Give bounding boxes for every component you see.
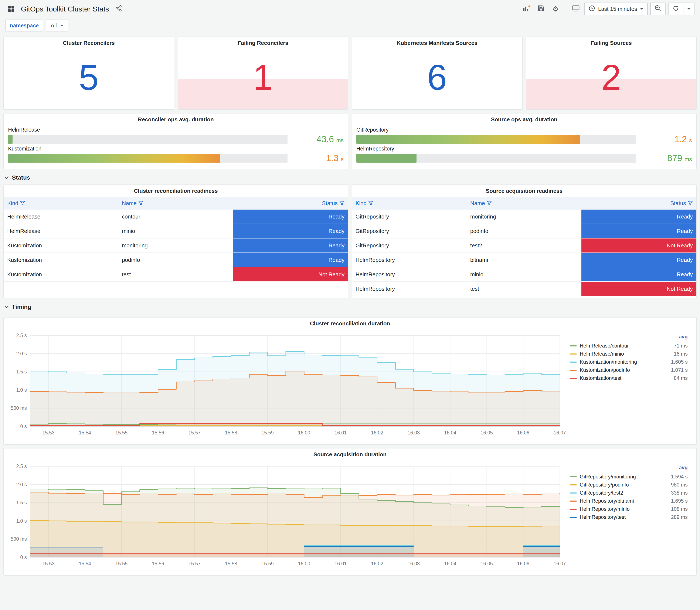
legend-avg-header[interactable]: avg [568,333,689,342]
apps-grid-icon[interactable] [5,3,17,15]
table-row: HelmRepositorytestNot Ready [352,282,696,296]
gauge-track [356,154,636,163]
series-name: HelmRelease/minio [580,351,671,357]
refresh-button[interactable] [668,2,683,15]
legend-avg-header[interactable]: avg [568,464,689,473]
chevron-down-icon [640,8,644,10]
svg-text:16:02: 16:02 [371,561,384,566]
legend-item[interactable]: HelmRepository/bitnami 1.695 s [568,497,689,505]
svg-text:500 ms: 500 ms [11,536,27,542]
zoom-out-button[interactable] [650,2,666,15]
section-timing[interactable]: Timing [3,299,697,314]
grafana-dashboard: GitOps Toolkit Cluster Stats [0,0,700,580]
gauge-label: Kustomization [8,146,344,152]
gauge-row: Kustomization 1.3 s [8,146,344,163]
panel-title[interactable]: Cluster Reconcilers [4,37,174,49]
column-header-status[interactable]: Status [582,197,696,210]
column-header-name[interactable]: Name [467,197,582,210]
table-row: GitRepositorypodinfoReady [352,224,696,238]
svg-text:16:05: 16:05 [481,561,493,566]
series-color-dash [570,517,577,518]
cycle-view-mode-button[interactable] [570,3,582,15]
svg-text:16:03: 16:03 [408,430,420,435]
status-badge: Not Ready [233,267,348,282]
svg-text:15:56: 15:56 [152,561,164,566]
series-name: Kustomization/podinfo [580,367,668,373]
panel-title[interactable]: Reconciler ops avg. duration [4,113,348,125]
legend-item[interactable]: GitRepository/test2 338 ms [568,489,689,497]
column-header-kind[interactable]: Kind [4,197,118,210]
panel-title[interactable]: Source ops avg. duration [352,113,696,125]
column-header-name[interactable]: Name [118,197,233,210]
refresh-interval-dropdown[interactable] [683,2,695,15]
legend-item[interactable]: Kustomization/podinfo 1.071 s [568,366,689,374]
status-badge: Not Ready [582,239,696,253]
svg-text:15:58: 15:58 [225,561,237,566]
panel-title[interactable]: Failing Reconcilers [178,37,348,49]
table-panel: Cluster reconciliation readiness KindNam… [3,184,348,299]
svg-text:15:57: 15:57 [189,561,201,566]
filter-icon[interactable] [368,201,373,206]
svg-text:2.0 s: 2.0 s [16,482,27,487]
table-cell: HelmRepository [352,267,467,282]
table-cell: contour [118,210,233,224]
variable-namespace-select[interactable]: All [46,19,68,31]
table-cell: test2 [467,238,582,253]
chart-area[interactable]: 15:5315:5415:5515:5615:5715:5815:5916:00… [5,330,567,444]
legend-item[interactable]: HelmRepository/minio 108 ms [568,505,689,513]
legend-item[interactable]: Kustomization/monitoring 1.605 s [568,358,689,366]
panel-title[interactable]: Source acquisition readiness [352,185,696,197]
gauges-row: Reconciler ops avg. duration HelmRelease… [3,113,697,169]
legend-item[interactable]: GitRepository/monitoring 1.594 s [568,473,689,481]
gauge-label: HelmRepository [356,146,692,152]
table-header-row: KindNameStatus [4,197,348,210]
table-row: KustomizationtestNot Ready [4,267,348,282]
gauge-fill [356,154,417,163]
filter-icon[interactable] [139,201,144,206]
table-cell: monitoring [467,210,582,224]
save-dashboard-button[interactable] [535,3,547,15]
filter-icon[interactable] [487,201,492,206]
series-color-dash [570,493,577,494]
data-table: KindNameStatus HelmReleasecontourReadyHe… [4,197,348,282]
column-header-kind[interactable]: Kind [352,197,467,210]
legend-item[interactable]: HelmRelease/minio 16 ms [568,350,689,358]
table-cell: GitRepository [352,210,467,224]
legend-item[interactable]: GitRepository/podinfo 980 ms [568,481,689,489]
legend-item[interactable]: HelmRepository/test 289 ms [568,513,689,521]
gauge-value: 879 ms [642,153,692,163]
panel-title[interactable]: Source acquisition duration [4,448,696,460]
status-badge: Ready [582,253,696,267]
panel-title[interactable]: Kubernetes Manifests Sources [352,37,522,49]
timeseries-plot[interactable]: 15:5315:5415:5515:5615:5715:5815:5916:00… [5,330,567,437]
panel-title[interactable]: Failing Sources [526,37,696,49]
filter-icon[interactable] [688,201,693,206]
filter-icon[interactable] [20,201,25,206]
stat-panel: Kubernetes Manifests Sources 6 [352,36,523,110]
gauge-fill [8,154,221,163]
gauge-value: 43.6 ms [293,134,344,144]
time-picker-button[interactable]: Last 15 minutes [584,2,648,15]
legend-item[interactable]: HelmRelease/contour 71 ms [568,342,689,350]
column-header-status[interactable]: Status [233,197,348,210]
timeseries-plot[interactable]: 15:5315:5415:5515:5615:5715:5815:5916:00… [5,461,567,568]
section-status[interactable]: Status [3,169,697,184]
variable-namespace-label[interactable]: namespace [5,19,43,31]
svg-text:16:03: 16:03 [408,561,420,566]
table-cell: test [118,267,233,282]
panel-title[interactable]: Cluster reconciliation duration [4,318,696,330]
panel-title[interactable]: Cluster reconciliation readiness [4,185,348,197]
table-row: HelmRepositoryminioReady [352,267,696,282]
gear-icon: ⚙ [553,5,559,12]
chart-area[interactable]: 15:5315:5415:5515:5615:5715:5815:5916:00… [5,461,567,575]
svg-text:15:55: 15:55 [115,561,128,566]
add-panel-button[interactable] [521,3,533,15]
filter-icon[interactable] [339,201,344,206]
legend-item[interactable]: Kustomization/test 84 ms [568,374,689,382]
share-button[interactable] [113,3,125,15]
table-cell: Kustomization [4,267,118,282]
dashboard-settings-button[interactable]: ⚙ [550,3,561,15]
table-cell: Kustomization [4,238,118,253]
table-cell: HelmRelease [4,224,118,238]
svg-text:15:54: 15:54 [79,561,91,566]
